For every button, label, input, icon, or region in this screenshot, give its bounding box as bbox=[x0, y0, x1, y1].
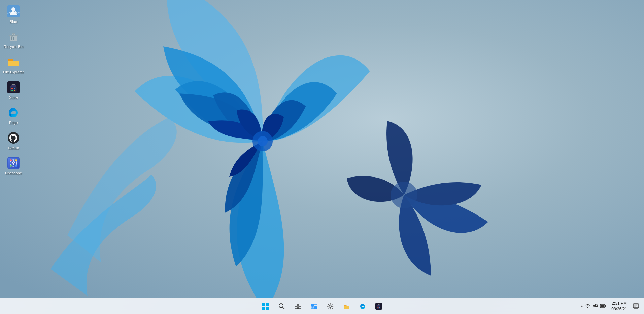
taskbar-center bbox=[258, 299, 386, 314]
svg-rect-38 bbox=[311, 307, 314, 309]
edge-app-icon bbox=[7, 106, 20, 119]
svg-rect-11 bbox=[8, 61, 19, 66]
svg-rect-34 bbox=[295, 307, 298, 309]
svg-rect-43 bbox=[377, 307, 378, 308]
svg-point-3 bbox=[391, 182, 417, 208]
svg-rect-14 bbox=[14, 88, 15, 89]
battery-icon bbox=[600, 304, 606, 309]
desktop-icon-store[interactable]: Store bbox=[1, 79, 26, 101]
svg-rect-44 bbox=[379, 307, 380, 308]
svg-rect-27 bbox=[266, 303, 269, 306]
taskbar-start-button[interactable] bbox=[258, 299, 273, 314]
svg-line-31 bbox=[282, 307, 284, 309]
desktop-icons-container: Blue Recycle Bin bbox=[0, 0, 27, 298]
svg-point-47 bbox=[587, 307, 588, 308]
svg-rect-32 bbox=[295, 304, 298, 306]
svg-rect-15 bbox=[11, 90, 13, 91]
desktop-icon-blue[interactable]: Blue bbox=[1, 3, 26, 25]
svg-point-40 bbox=[329, 305, 331, 307]
svg-rect-16 bbox=[14, 90, 15, 91]
svg-rect-33 bbox=[298, 304, 301, 306]
taskbar-notification-button[interactable] bbox=[631, 299, 641, 314]
taskbar-widgets-button[interactable] bbox=[307, 299, 321, 314]
svg-rect-28 bbox=[262, 307, 265, 310]
desktop-icon-edge[interactable]: Edge bbox=[1, 105, 26, 126]
taskbar-clock[interactable]: 2:31 PM 08/26/21 bbox=[609, 301, 630, 312]
desktop-icon-recycle-bin-label: Recycle Bin bbox=[4, 45, 23, 49]
desktop-icon-blue-label: Blue bbox=[10, 19, 17, 24]
svg-point-22 bbox=[10, 159, 12, 161]
taskbar-edge-button[interactable] bbox=[355, 299, 370, 314]
svg-rect-29 bbox=[266, 307, 269, 310]
volume-icon bbox=[592, 303, 598, 309]
desktop-icon-store-label: Store bbox=[9, 95, 18, 100]
svg-point-23 bbox=[15, 159, 17, 161]
taskbar-task-view-button[interactable] bbox=[291, 299, 305, 314]
svg-rect-37 bbox=[314, 304, 317, 305]
desktop-icon-unescape-label: Unescape bbox=[5, 171, 22, 175]
svg-rect-50 bbox=[601, 305, 605, 307]
svg-rect-19 bbox=[8, 158, 19, 168]
svg-rect-49 bbox=[605, 305, 606, 307]
svg-rect-35 bbox=[298, 307, 301, 309]
taskbar-search-button[interactable] bbox=[274, 299, 289, 314]
svg-rect-13 bbox=[11, 88, 13, 89]
taskbar-right: ∧ bbox=[579, 299, 644, 314]
taskbar: ∧ bbox=[0, 298, 644, 314]
desktop-icon-file-explorer[interactable]: File Explorer bbox=[1, 54, 26, 76]
svg-point-2 bbox=[258, 136, 268, 146]
svg-rect-10 bbox=[14, 34, 15, 35]
desktop-icon-file-explorer-label: File Explorer bbox=[3, 70, 24, 74]
svg-rect-36 bbox=[311, 304, 314, 307]
store-icon bbox=[7, 81, 20, 94]
recycle-bin-icon bbox=[7, 30, 20, 43]
blue-app-icon bbox=[7, 5, 20, 18]
svg-point-25 bbox=[15, 165, 17, 167]
desktop-icon-github[interactable]: Github bbox=[1, 130, 26, 152]
taskbar-store-button[interactable] bbox=[371, 299, 386, 314]
svg-point-24 bbox=[10, 165, 12, 167]
desktop-icon-recycle-bin[interactable]: Recycle Bin bbox=[1, 29, 26, 50]
taskbar-file-explorer-button[interactable] bbox=[339, 299, 354, 314]
github-icon bbox=[7, 131, 20, 145]
file-explorer-icon bbox=[7, 55, 20, 69]
systray-chevron-icon[interactable]: ∧ bbox=[581, 304, 583, 308]
svg-rect-46 bbox=[379, 308, 380, 308]
desktop-icon-unescape[interactable]: Unescape bbox=[1, 155, 26, 177]
svg-rect-9 bbox=[12, 34, 13, 35]
taskbar-time: 2:31 PM bbox=[612, 301, 627, 306]
svg-point-21 bbox=[13, 160, 14, 162]
svg-rect-45 bbox=[377, 308, 378, 308]
taskbar-settings-button[interactable] bbox=[323, 299, 338, 314]
taskbar-date: 08/26/21 bbox=[611, 306, 627, 312]
wifi-icon bbox=[585, 303, 590, 309]
unescape-icon bbox=[7, 156, 20, 170]
svg-rect-26 bbox=[262, 303, 265, 306]
svg-rect-39 bbox=[314, 306, 317, 309]
desktop-icon-github-label: Github bbox=[8, 146, 19, 150]
taskbar-systray-area[interactable]: ∧ bbox=[579, 299, 608, 314]
desktop-icon-edge-label: Edge bbox=[9, 121, 18, 125]
